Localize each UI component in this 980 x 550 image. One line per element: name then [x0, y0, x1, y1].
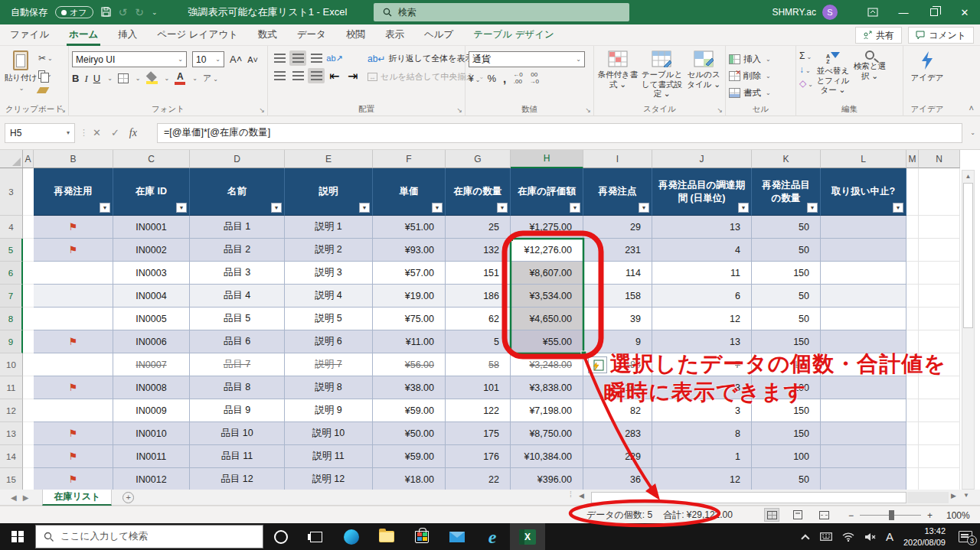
font-size-select[interactable]: 10⌄ [192, 51, 224, 67]
comment-button[interactable]: コメント [908, 27, 974, 44]
cell-G9[interactable]: 5 [446, 330, 511, 353]
cell-G12[interactable]: 122 [446, 399, 511, 422]
cell-C9[interactable]: IN0006 [113, 330, 190, 353]
sort-filter-button[interactable]: AZ 並べ替えとフィルター ⌄ [813, 49, 853, 95]
cell-I15[interactable]: 36 [583, 468, 652, 490]
cell-N11[interactable] [919, 376, 960, 399]
row-header-7[interactable]: 7 [0, 285, 23, 308]
cell-B13[interactable]: ⚑ [34, 422, 113, 445]
account-name[interactable]: SHMRY.ac [772, 7, 816, 18]
cell-A11[interactable] [23, 376, 34, 399]
scroll-left-icon[interactable]: ◀ [579, 492, 584, 500]
format-cells-button[interactable]: 書式⌄ [729, 86, 771, 100]
scroll-down-icon[interactable]: ▼ [963, 492, 969, 499]
col-header-A[interactable]: A [23, 150, 34, 168]
search-box[interactable]: 検索 [374, 3, 629, 21]
fill-color-icon[interactable] [146, 73, 158, 84]
cell-G11[interactable]: 101 [446, 376, 511, 399]
copy-button[interactable]: ⌄ [38, 68, 53, 80]
cell-D12[interactable]: 品目 9 [190, 399, 285, 422]
cell-G4[interactable]: 25 [446, 216, 511, 239]
orientation-button[interactable]: ab↗ [326, 50, 343, 66]
row-header-11[interactable]: 11 [0, 376, 23, 399]
cell-B11[interactable]: ⚑ [34, 376, 113, 399]
decrease-indent-button[interactable]: ⇤ [326, 68, 343, 83]
shrink-font-button[interactable]: A˅ [247, 55, 258, 64]
avatar[interactable]: S [822, 5, 838, 20]
mail-icon[interactable] [439, 523, 475, 550]
clear-button[interactable]: ◇⌄ [799, 78, 813, 89]
cell-K8[interactable]: 50 [752, 308, 821, 330]
volume-muted-icon[interactable] [864, 532, 876, 542]
cell-K5[interactable]: 50 [752, 239, 821, 262]
cell-G15[interactable]: 22 [446, 468, 511, 490]
row-header-9[interactable]: 9 [0, 330, 23, 353]
font-color-icon[interactable]: A [175, 72, 185, 85]
cell-H13[interactable]: ¥8,750.00 [511, 422, 583, 445]
cell-F12[interactable]: ¥59.00 [373, 399, 446, 422]
cell-N7[interactable] [919, 285, 960, 308]
cell-J14[interactable]: 1 [652, 445, 752, 468]
row-header-10[interactable]: 10 [0, 353, 23, 376]
zoom-out-button[interactable]: − [848, 510, 854, 521]
minimize-button[interactable]: — [888, 0, 919, 24]
find-select-button[interactable]: 検索と選択 ⌄ [853, 49, 887, 80]
task-view-icon[interactable] [299, 523, 334, 550]
cell-F9[interactable]: ¥11.00 [373, 330, 446, 353]
cell-D4[interactable]: 品目 1 [190, 216, 285, 239]
cell-C5[interactable]: IN0002 [113, 239, 190, 262]
phonetic-guide-icon[interactable]: ア⌄ [203, 73, 218, 84]
cell-F8[interactable]: ¥75.00 [373, 308, 446, 330]
cell-M3[interactable] [906, 168, 919, 216]
cancel-entry-icon[interactable]: ✕ [93, 127, 101, 138]
table-header-J[interactable]: 再発注品目の調達期間 (日単位)▼ [652, 168, 752, 216]
cell-J15[interactable]: 12 [652, 468, 752, 490]
close-button[interactable]: ✕ [949, 0, 980, 24]
col-header-N[interactable]: N [919, 150, 960, 168]
table-header-H[interactable]: 在庫の評価額▼ [511, 168, 583, 216]
grow-font-button[interactable]: A˄ [230, 54, 242, 65]
cell-D15[interactable]: 品目 12 [190, 468, 285, 490]
row-header-3[interactable]: 3 [0, 168, 23, 216]
cell-I6[interactable]: 114 [583, 262, 652, 285]
cell-H8[interactable]: ¥4,650.00 [511, 308, 583, 330]
cell-H9[interactable]: ¥55.00 [511, 330, 583, 353]
cell-K14[interactable]: 100 [752, 445, 821, 468]
cell-M13[interactable] [906, 422, 919, 445]
row-header-15[interactable]: 15 [0, 468, 23, 490]
font-dialog-launcher-icon[interactable]: ↘ [259, 106, 265, 114]
select-all-corner[interactable] [0, 150, 23, 168]
edge-icon[interactable] [334, 523, 369, 550]
cell-F11[interactable]: ¥38.00 [373, 376, 446, 399]
vertical-scrollbar[interactable]: ▲ [962, 170, 975, 490]
clock[interactable]: 13:42 2020/08/09 [903, 526, 946, 548]
cell-I13[interactable]: 283 [583, 422, 652, 445]
cell-M12[interactable] [906, 399, 919, 422]
cell-L14[interactable] [821, 445, 906, 468]
cell-H5[interactable]: ¥12,276.00 [511, 239, 583, 262]
cell-E11[interactable]: 説明 8 [285, 376, 373, 399]
filter-button-L[interactable]: ▼ [893, 203, 903, 213]
cell-C13[interactable]: IN0010 [113, 422, 190, 445]
filter-button-J[interactable]: ▼ [738, 203, 749, 213]
cell-K7[interactable]: 50 [752, 285, 821, 308]
number-format-select[interactable]: 通貨⌄ [469, 51, 585, 67]
ideas-button[interactable]: アイデア [910, 49, 945, 83]
col-header-M[interactable]: M [906, 150, 919, 168]
ribbon-tab-テーブル デザイン[interactable]: テーブル デザイン [463, 24, 564, 46]
cell-K13[interactable]: 150 [752, 422, 821, 445]
cell-A3[interactable] [23, 168, 34, 216]
filter-button-K[interactable]: ▼ [807, 203, 818, 213]
quick-analysis-button[interactable] [588, 356, 607, 373]
collapse-ribbon-icon[interactable]: ˄ [969, 103, 974, 112]
table-header-F[interactable]: 単価▼ [373, 168, 446, 216]
zoom-slider[interactable] [860, 515, 921, 516]
cell-B15[interactable]: ⚑ [34, 468, 113, 490]
cell-H4[interactable]: ¥1,275.00 [511, 216, 583, 239]
cell-L7[interactable] [821, 285, 906, 308]
cell-M7[interactable] [906, 285, 919, 308]
cell-L13[interactable] [821, 422, 906, 445]
cell-D11[interactable]: 品目 8 [190, 376, 285, 399]
filter-button-B[interactable]: ▼ [100, 203, 110, 213]
col-header-K[interactable]: K [752, 150, 821, 168]
